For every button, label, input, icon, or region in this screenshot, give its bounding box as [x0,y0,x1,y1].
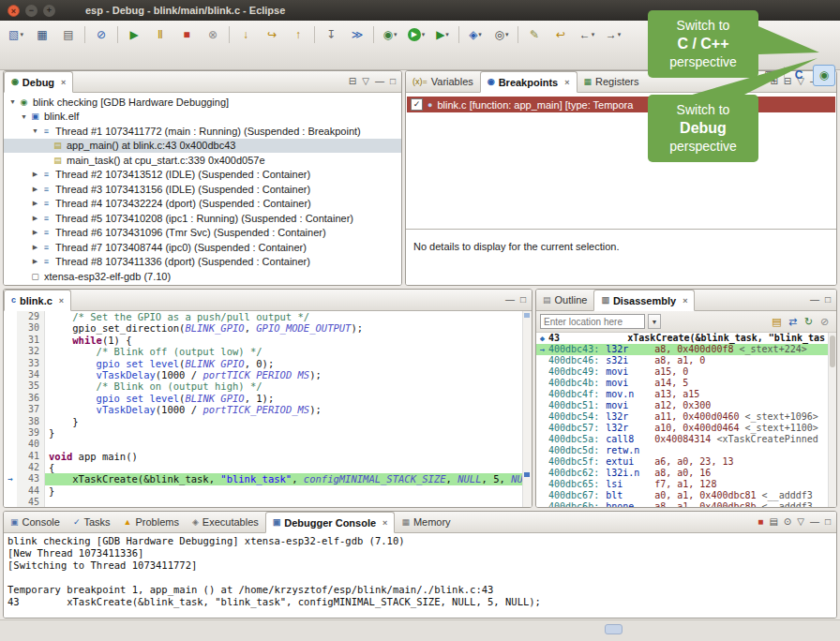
editor-tab-blink-c[interactable]: cblink.c× [4,290,71,311]
right-tab-variables[interactable]: (x)=Variables [406,71,480,92]
minimize-icon[interactable]: — [505,295,515,305]
disassembly-row[interactable]: 400dbc6b:bnonea8, a1, 0x400dbc8b <__addd… [536,501,836,507]
close-tab-icon[interactable]: × [382,518,387,528]
window-minimize-button[interactable]: − [25,5,38,17]
tree-expander-icon[interactable]: ▼ [8,98,18,105]
minimize-icon[interactable]: — [810,517,819,527]
annotation-ruler[interactable] [4,393,17,404]
instruction-stepping-button[interactable]: ≫ [344,23,370,46]
code-line[interactable]: 36 gpio_set_level(BLINK_GPIO, 1); [4,393,532,404]
code-editor[interactable]: 29 /* Set the GPIO as a push/pull output… [4,311,532,507]
disassembly-row[interactable]: 400dbc46:s32ia8, a1, 0 [536,355,836,366]
debug-tab-debug[interactable]: ◉Debug× [4,71,73,93]
window-maximize-button[interactable]: + [43,5,55,17]
cpp-perspective-button[interactable]: C [788,65,810,86]
close-tab-icon[interactable]: × [564,78,569,87]
code-line[interactable]: 41void app_main() [4,451,532,462]
console-tab-debugger-console[interactable]: ▣Debugger Console× [265,512,396,533]
annotation-ruler[interactable] [4,427,17,439]
suspend-button[interactable]: Ⅱ [147,23,173,46]
overview-ruler[interactable] [522,311,532,507]
disassembly-source-row[interactable]: ◆43 xTaskCreate(&blink_task, "blink_tas [536,333,836,344]
terminate-button[interactable]: ■ [173,23,200,46]
annotation-ruler[interactable] [4,369,17,380]
debug-tree-row[interactable]: ▤app_main() at blink.c:43 0x400dbc43 [4,139,401,154]
disassembly-row[interactable]: 400dbc67:blta0, a1, 0x400dbc81 <__adddf3 [536,490,836,501]
sync-selection-icon[interactable]: ⇄ [785,316,801,328]
debug-tree-row[interactable]: ▤main_task() at cpu_start.c:339 0x400d05… [4,153,401,168]
tree-expander-icon[interactable]: ▶ [30,200,40,207]
annotation-ruler[interactable] [4,404,17,415]
annotation-ruler[interactable] [4,358,17,369]
annotation-ruler[interactable] [4,439,17,450]
back-button[interactable]: ←▾ [574,23,600,46]
disassembly-row[interactable]: 400dbc54:l32ra11, 0x400d0460 <_stext+109… [536,411,836,423]
clear-console-icon[interactable]: ▤ [769,517,777,527]
disassembly-row[interactable]: 400dbc51:movia12, 0x300 [536,400,836,411]
disassembly-row[interactable]: 400dbc49:movia15, 0 [536,366,836,378]
maximize-icon[interactable]: □ [825,295,831,305]
view-menu-icon[interactable]: ▽ [797,517,804,527]
collapse-all-icon[interactable]: ⊟ [349,77,356,86]
debug-tree-row[interactable]: ▶≡Thread #7 1073408744 (ipc0) (Suspended… [4,240,401,255]
sash-handle[interactable] [605,624,622,634]
step-into-button[interactable]: ↓ [232,23,259,46]
step-return-button[interactable]: ↑ [285,23,311,46]
debug-tree-row[interactable]: ▶≡Thread #6 1073431096 (Tmr Svc) (Suspen… [4,226,401,241]
pin-console-icon[interactable]: ⊙ [784,517,791,527]
annotation-ruler[interactable] [4,416,17,427]
last-edit-location-button[interactable]: ↩ [548,23,574,46]
disassembly-scrollbar[interactable] [828,333,836,507]
code-line[interactable]: 33 gpio_set_level(BLINK_GPIO, 0); [4,358,532,369]
tree-expander-icon[interactable]: ▶ [30,229,40,236]
code-line[interactable]: 45 [4,497,532,507]
tree-expander-icon[interactable]: ▶ [30,258,40,265]
debug-tree-row[interactable]: ▼◉blink checking [GDB Hardware Debugging… [4,95,401,110]
console-tab-executables[interactable]: ◈Executables [186,512,265,532]
debug-button[interactable]: ◉▾ [377,23,403,46]
tree-expander-icon[interactable]: ▶ [30,244,40,251]
refresh-icon[interactable]: ↻ [801,316,817,328]
disassembly-row[interactable]: 400dbc4f:mov.na13, a15 [536,389,836,400]
tree-expander-icon[interactable]: ▶ [30,215,40,222]
tree-expander-icon[interactable]: ▶ [30,186,40,193]
run-button[interactable]: ▶▾ [403,23,429,46]
instruction-pointer-icon[interactable]: → [4,473,17,484]
annotation-ruler[interactable] [4,497,17,507]
console-tab-console[interactable]: ▣Console [4,512,67,532]
close-tab-icon[interactable]: × [61,78,66,87]
toggle-mark-occurrences-button[interactable]: ✎ [521,23,548,46]
code-line[interactable]: 42{ [4,462,532,473]
maximize-icon[interactable]: □ [520,295,526,305]
tree-expander-icon[interactable]: ▼ [30,127,40,134]
external-tools-button[interactable]: ▶▾ [429,23,456,46]
annotation-ruler[interactable] [4,485,17,497]
location-input[interactable] [540,314,645,329]
console-tab-memory[interactable]: ▦Memory [395,512,457,532]
disassembly-row[interactable]: 400dbc65:lsif7, a1, 128 [536,479,836,490]
annotation-ruler[interactable] [4,451,17,462]
new-button[interactable]: ▧▾ [3,23,29,46]
forward-button[interactable]: →▾ [600,23,626,46]
disassembly-row[interactable]: 400dbc4b:movia14, 5 [536,378,836,389]
console-tab-problems[interactable]: ▲Problems [117,512,186,532]
step-over-button[interactable]: ↪ [259,23,285,46]
disassembly-row[interactable]: 400dbc5a:call80x40084314 <xTaskCreatePin… [536,434,836,445]
skip-all-breakpoints-button[interactable]: ⊘ [88,23,114,46]
view-menu-icon[interactable]: ▽ [362,77,369,86]
minimize-icon[interactable]: — [375,77,384,86]
disassembly-tab-disassembly[interactable]: ▥Disassembly× [593,290,695,311]
console-tab-tasks[interactable]: ✓Tasks [67,512,117,532]
debug-perspective-button[interactable]: ◉ [813,65,835,86]
code-line[interactable]: →43 xTaskCreate(&blink_task, "blink_task… [4,473,532,484]
disassembly-listing[interactable]: ◆43 xTaskCreate(&blink_task, "blink_tas→… [536,333,836,507]
debug-tree-row[interactable]: ▶≡Thread #5 1073410208 (ipc1 : Running) … [4,211,401,226]
code-line[interactable]: 37 vTaskDelay(1000 / portTICK_PERIOD_MS)… [4,404,532,415]
disassembly-tab-outline[interactable]: ▤Outline [536,290,593,310]
save-button[interactable]: ▦ [29,23,55,46]
disassembly-row[interactable]: →400dbc43:l32ra8, 0x400d00f8 <_stext+224… [536,344,836,355]
maximize-icon[interactable]: □ [825,517,831,527]
disassembly-row[interactable]: 400dbc5d:retw.n [536,445,836,456]
disassembly-row[interactable]: 400dbc5f:extuia6, a0, 23, 13 [536,456,836,468]
code-line[interactable]: 30 gpio_set_direction(BLINK_GPIO, GPIO_M… [4,322,532,334]
